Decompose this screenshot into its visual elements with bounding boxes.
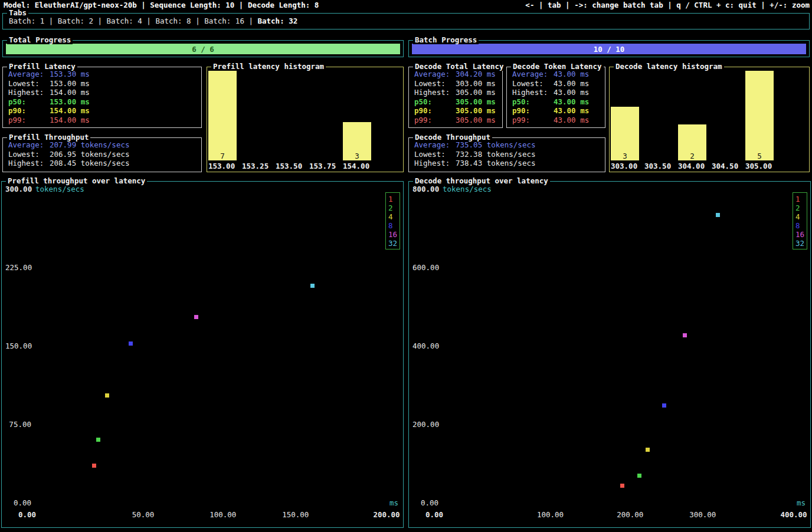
decode-scatter-panel: Decode throughput over latency 800.00600…	[408, 181, 811, 528]
stat-value: 43.00 ms	[554, 116, 589, 125]
stat-value: 738.43 tokens/secs	[456, 159, 535, 168]
stat-row-average: Average:735.05 tokens/secs	[414, 140, 600, 150]
stat-row-highest: Highest:305.00 ms	[414, 88, 497, 97]
tab-batch-32[interactable]: Batch: 32	[258, 17, 298, 25]
stat-value: 208.45 tokens/secs	[50, 159, 129, 168]
total-progress-panel: Total Progress 6 / 6	[2, 40, 404, 57]
decode-scatter-plot: 800.00600.00400.00200.000.00tokens/secs0…	[409, 182, 810, 527]
stat-value: 43.00 ms	[554, 70, 589, 79]
stat-value: 305.00 ms	[456, 106, 496, 116]
stat-label: p90:	[414, 106, 456, 116]
hist-x-tick: 305.00	[745, 162, 772, 170]
tab-batch-1[interactable]: Batch: 1	[9, 17, 44, 25]
hist-x-tick: 153.25	[242, 162, 269, 170]
x-axis-tick: 200.00	[373, 511, 400, 519]
total-progress-title: Total Progress	[7, 36, 73, 44]
tab-separator: |	[191, 17, 205, 25]
tab-separator: |	[44, 17, 58, 25]
decode-histogram-title: Decode latency histogram	[614, 63, 724, 71]
y-axis-unit-label: tokens/secs	[35, 185, 84, 193]
y-axis-tick: 300.00	[5, 185, 31, 193]
scatter-point-batch-4	[105, 393, 109, 398]
legend-item-batch-1: 1	[795, 195, 807, 203]
scatter-point-batch-1	[92, 464, 96, 468]
scatter-point-batch-32	[716, 213, 720, 217]
y-axis-tick: 200.00	[412, 421, 438, 429]
legend-item-batch-8: 8	[388, 221, 400, 230]
tab-batch-2[interactable]: Batch: 2	[58, 17, 93, 25]
stat-value: 305.00 ms	[456, 97, 496, 107]
x-axis-tick: 100.00	[209, 511, 236, 519]
stat-label: Highest:	[414, 159, 456, 168]
hist-x-tick: 304.00	[678, 162, 705, 170]
scatter-point-batch-4	[646, 448, 650, 452]
stat-label: p90:	[8, 106, 50, 116]
y-axis-tick: 600.00	[412, 264, 438, 272]
prefill-throughput-stats: Average:207.99 tokens/secsLowest:206.95 …	[3, 138, 201, 168]
stat-label: Average:	[414, 70, 456, 79]
decode-throughput-title: Decode Throughput	[413, 133, 492, 142]
stat-label: Highest:	[8, 159, 50, 168]
scatter-point-batch-1	[620, 484, 624, 488]
stat-value: 305.00 ms	[456, 88, 496, 97]
scatter-point-batch-16	[194, 315, 198, 319]
hist-bar-303.00: 3	[611, 107, 639, 160]
decode-token-latency-stats: Average:43.00 msLowest:43.00 msHighest:4…	[507, 67, 605, 124]
stat-value: 43.00 ms	[554, 88, 589, 97]
legend-item-batch-2: 2	[795, 203, 807, 212]
hist-bar-count: 2	[678, 152, 706, 160]
scatter-point-batch-8	[129, 341, 133, 346]
stat-label: Lowest:	[512, 79, 554, 88]
stat-value: 304.20 ms	[456, 70, 496, 79]
stat-row-highest: Highest:208.45 tokens/secs	[8, 159, 197, 168]
tabs-panel: Tabs Batch: 1 | Batch: 2 | Batch: 4 | Ba…	[2, 13, 810, 29]
y-axis-tick: 800.00	[412, 185, 438, 193]
decode-total-latency-panel: Decode Total Latency Average:304.20 msLo…	[408, 67, 503, 128]
stat-label: p50:	[414, 97, 456, 107]
prefill-scatter-panel: Prefill throughput over latency 300.0022…	[1, 181, 404, 528]
stat-label: p99:	[414, 116, 456, 125]
stat-row-average: Average:304.20 ms	[414, 70, 497, 79]
x-axis-unit-label: ms	[389, 499, 398, 507]
batch-progress-title: Batch Progress	[413, 36, 479, 44]
stat-value: 43.00 ms	[554, 97, 589, 107]
prefill-latency-title: Prefill Latency	[7, 63, 77, 71]
stat-label: Lowest:	[8, 79, 50, 88]
legend-item-batch-4: 4	[795, 212, 807, 221]
stat-row-average: Average:43.00 ms	[512, 70, 600, 79]
stat-value: 154.00 ms	[50, 116, 90, 125]
legend-item-batch-16: 16	[795, 230, 807, 239]
prefill-latency-histogram-panel: Prefill latency histogram 73153.00153.25…	[207, 67, 404, 172]
scatter-point-batch-8	[662, 403, 666, 408]
stat-row-lowest: Lowest:732.38 tokens/secs	[414, 150, 600, 159]
decode-scatter-title: Decode throughput over latency	[413, 177, 550, 185]
header-model-info: Model: EleutherAI/gpt-neox-20b | Sequenc…	[4, 1, 319, 9]
legend-item-batch-4: 4	[388, 212, 400, 221]
tab-batch-16[interactable]: Batch: 16	[204, 17, 244, 25]
batch-progress-panel: Batch Progress 10 / 10	[408, 40, 810, 57]
tab-batch-8[interactable]: Batch: 8	[155, 17, 191, 25]
stat-row-p90: p90:154.00 ms	[8, 106, 197, 116]
stat-label: p99:	[512, 116, 554, 125]
benchmark-dashboard: Model: EleutherAI/gpt-neox-20b | Sequenc…	[0, 0, 812, 532]
tab-batch-4[interactable]: Batch: 4	[107, 17, 142, 25]
stat-row-p50: p50:153.00 ms	[8, 97, 197, 107]
prefill-scatter-plot: 300.00225.00150.0075.000.00tokens/secs0.…	[2, 182, 403, 527]
legend-item-batch-32: 32	[388, 239, 400, 248]
stat-row-p99: p99:43.00 ms	[512, 116, 600, 125]
decode-throughput-panel: Decode Throughput Average:735.05 tokens/…	[408, 137, 605, 172]
hist-bar-304.00: 2	[678, 124, 706, 160]
stat-label: Highest:	[8, 88, 50, 97]
stat-row-lowest: Lowest:43.00 ms	[512, 79, 600, 88]
x-axis-tick: 400.00	[780, 511, 807, 519]
legend-item-batch-16: 16	[388, 230, 400, 239]
stat-row-p99: p99:154.00 ms	[8, 116, 197, 125]
tab-separator: |	[93, 17, 107, 25]
hist-bar-count: 7	[208, 152, 237, 160]
prefill-histogram-title: Prefill latency histogram	[211, 63, 326, 71]
stat-row-lowest: Lowest:206.95 tokens/secs	[8, 150, 197, 159]
legend-item-batch-8: 8	[795, 221, 807, 230]
prefill-throughput-panel: Prefill Throughput Average:207.99 tokens…	[2, 137, 202, 172]
y-axis-tick: 400.00	[412, 342, 438, 350]
hist-x-tick: 153.00	[208, 162, 235, 170]
